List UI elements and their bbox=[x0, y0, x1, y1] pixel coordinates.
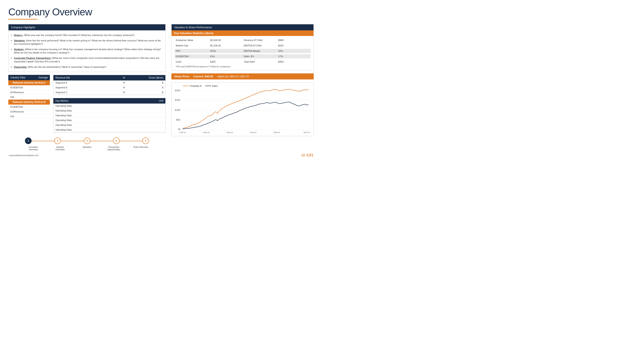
metric-row-2: Operating Data bbox=[54, 108, 165, 113]
footer-logo: /// CFI bbox=[302, 153, 313, 158]
svg-text:2013-10: 2013-10 bbox=[203, 131, 210, 134]
val-label-ebitda: EBITDA (FY18e) bbox=[243, 44, 277, 48]
metric-row-1: Operating Data bbox=[54, 104, 165, 108]
revenue-col-gross: Gross ($mm) bbox=[134, 76, 163, 79]
nav-step-1[interactable]: 1 bbox=[25, 137, 32, 144]
segment-a-gross: $ bbox=[134, 82, 163, 84]
metric-3: Operating Data bbox=[56, 114, 127, 117]
metric-5: Operating Data bbox=[56, 124, 127, 126]
revenue-mix-table: Revenue Mix % Gross ($mm) Segment A % $ … bbox=[53, 75, 166, 95]
val-label-evebitda: EV/EBITDA* bbox=[174, 54, 208, 59]
right-panel: Valuation & Share Performance Key Valuat… bbox=[172, 24, 314, 151]
price-chart: $2000 $1500 $1000 $500 $0 2012-10 2013-1… bbox=[174, 88, 310, 134]
val-label-ebitda-margin: EBITDA Margin bbox=[243, 49, 277, 53]
industry-data-table: Industry Data Average Relevant Industry … bbox=[8, 75, 50, 132]
val-value-mc: $2,228.20 bbox=[208, 44, 243, 48]
key-metrics-header: Key Metrics Unit bbox=[54, 98, 165, 104]
industry-metric-b2: EV/Revenue bbox=[8, 109, 50, 114]
val-value-rev: $968 bbox=[276, 38, 310, 42]
legend-orange-line bbox=[183, 86, 189, 86]
val-value-cash: $320 bbox=[208, 60, 243, 64]
metric-row-5: Operating Data bbox=[54, 123, 165, 127]
navigation-area: 1 2 3 4 5 Company Overview Industry Over… bbox=[8, 137, 166, 151]
legend-company-a: Company A bbox=[183, 85, 202, 87]
val-label-cash: Cash bbox=[174, 60, 208, 64]
val-value-totaldebt: $450 bbox=[276, 60, 310, 64]
industry-metric-b1: EV/EBITDA bbox=[8, 105, 50, 109]
highlight-label-ownership: Ownership: bbox=[14, 66, 27, 68]
metrics-col-unit: Unit bbox=[127, 99, 163, 102]
revenue-mix-header: Revenue Mix % Gross ($mm) bbox=[54, 75, 165, 81]
svg-text:2012-10: 2012-10 bbox=[180, 131, 186, 134]
highlight-label-cft: Corporate Finance Transactions: bbox=[14, 57, 51, 59]
list-item: Ownership: (Who are the top shareholders… bbox=[10, 64, 162, 70]
industry-col2-label: Average bbox=[39, 76, 48, 79]
val-value-ebitda: $310 bbox=[276, 44, 310, 48]
share-price-bar: Share Price Current: $40.00 High/Low: $5… bbox=[172, 73, 314, 79]
val-label-rev: Revenue (FY18e) bbox=[243, 38, 277, 42]
key-metrics-table: Key Metrics Unit Operating Data Operatin… bbox=[53, 98, 166, 132]
page-title: Company Overview bbox=[8, 6, 314, 20]
nav-step-5[interactable]: 5 bbox=[142, 137, 149, 144]
footer: corporatefinanceinstitute.com /// CFI bbox=[8, 153, 314, 158]
metric-2: Operating Data bbox=[56, 109, 127, 112]
industry-table-header: Industry Data Average bbox=[8, 75, 50, 80]
segment-c-name: Segment C bbox=[56, 91, 114, 94]
val-label-totaldebt: Total Debt bbox=[243, 60, 277, 64]
metric-1: Operating Data bbox=[56, 105, 127, 107]
val-label-pe: P/E* bbox=[174, 49, 208, 53]
segment-b-name: Segment B bbox=[56, 86, 114, 89]
metric-row-6: Operating Data bbox=[54, 127, 165, 132]
title-underline bbox=[8, 19, 38, 20]
legend-company-a-label: Company A bbox=[190, 85, 202, 87]
bottom-left-area: Industry Data Average Relevant Industry … bbox=[8, 75, 166, 132]
highlight-label-history: History: bbox=[14, 34, 23, 36]
valuation-header: Valuation & Share Performance bbox=[172, 24, 314, 30]
valuation-note: *P/E and EV/EBITDA are based on FY18(e) … bbox=[174, 65, 310, 68]
revenue-col-name: Revenue Mix bbox=[56, 76, 114, 79]
valuation-grid: Enterprise Value $2,626.90 Revenue (FY18… bbox=[172, 36, 314, 70]
val-label-mc: Market Cap bbox=[174, 44, 208, 48]
val-label-debtev: Debt / EV bbox=[243, 54, 277, 59]
svg-text:2015-10: 2015-10 bbox=[250, 131, 256, 134]
metric-4: Operating Data bbox=[56, 119, 127, 121]
svg-text:$1500: $1500 bbox=[175, 99, 180, 101]
footer-url: corporatefinanceinstitute.com bbox=[9, 154, 39, 157]
nav-label-1: Company Overview bbox=[25, 146, 42, 151]
nav-label-2: Industry Overview bbox=[52, 146, 68, 151]
highlight-label-strategy: Strategy: bbox=[14, 48, 24, 51]
share-price-current: Current: $40.00 bbox=[194, 75, 213, 78]
nav-line-row: 1 2 3 4 5 bbox=[25, 137, 149, 144]
revenue-row-b: Segment B % $ bbox=[54, 85, 165, 90]
valuation-section: Valuation & Share Performance Key Valuat… bbox=[172, 24, 314, 71]
left-panel: Company Highlights History: (What year w… bbox=[8, 24, 166, 151]
nav-step-3[interactable]: 3 bbox=[84, 137, 90, 144]
list-item: Valuation: (How has the stock performed?… bbox=[10, 38, 162, 47]
nav-step-4[interactable]: 4 bbox=[113, 137, 120, 144]
revenue-row-a: Segment A % $ bbox=[54, 81, 165, 85]
svg-text:$2000: $2000 bbox=[175, 89, 180, 92]
share-price-label: Share Price bbox=[174, 75, 189, 78]
highlights-list: History: (What year was the company foun… bbox=[8, 30, 165, 72]
segment-b-pct: % bbox=[114, 86, 134, 89]
footer-logo-icon: /// bbox=[302, 153, 306, 157]
list-item: Corporate Finance Transactions: (What ar… bbox=[10, 55, 162, 64]
right-tables-area: Revenue Mix % Gross ($mm) Segment A % $ … bbox=[53, 75, 166, 132]
val-label-ev: Enterprise Value bbox=[174, 38, 208, 42]
legend-index-label: Index bbox=[212, 85, 218, 87]
nav-labels: Company Overview Industry Overview Valua… bbox=[25, 146, 149, 151]
svg-text:$500: $500 bbox=[176, 119, 180, 121]
industry-vertical-a-label: Relevant Industry Vertical A bbox=[8, 80, 50, 85]
val-value-ev: $2,626.90 bbox=[208, 38, 243, 42]
nav-label-4: Transaction Opportunities bbox=[106, 146, 122, 151]
revenue-col-pct: % bbox=[114, 76, 134, 79]
segment-b-gross: $ bbox=[134, 86, 163, 89]
segment-c-gross: $ bbox=[134, 91, 163, 94]
segment-a-pct: % bbox=[114, 82, 134, 84]
svg-text:2014-10: 2014-10 bbox=[226, 131, 233, 134]
highlight-text-valuation: (How has the stock performed? What is th… bbox=[14, 39, 161, 45]
val-value-evebitda: 8.5x bbox=[208, 54, 243, 59]
val-value-ebitda-margin: 32% bbox=[276, 49, 310, 53]
highlight-label-valuation: Valuation: bbox=[14, 39, 25, 42]
nav-step-2[interactable]: 2 bbox=[54, 137, 61, 144]
